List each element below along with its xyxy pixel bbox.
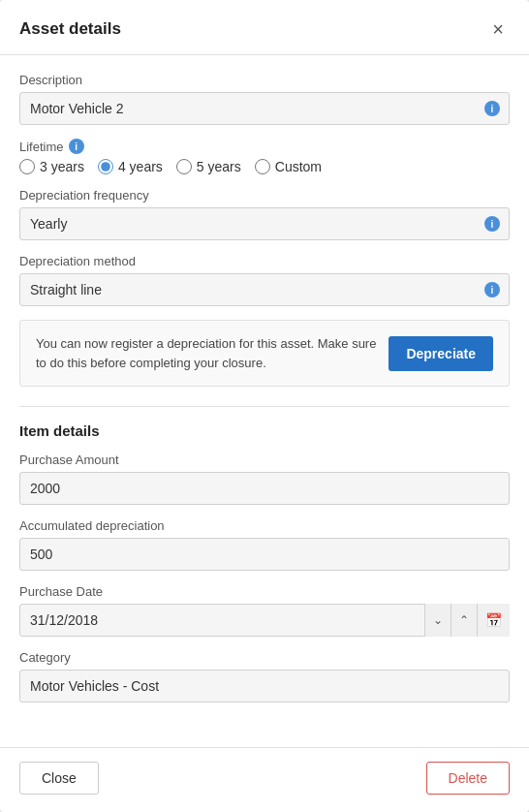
notice-box: You can now register a depreciation for …	[19, 320, 510, 387]
description-field-group: Description i	[19, 73, 510, 125]
purchase-date-row: ⌄ ⌃ 📅	[19, 604, 510, 637]
modal-header: Asset details ×	[0, 0, 529, 55]
category-input[interactable]	[19, 670, 510, 703]
radio-option-custom[interactable]: Custom	[255, 159, 322, 174]
depreciation-method-field-group: Depreciation method i	[19, 254, 510, 306]
radio-label-5years: 5 years	[197, 159, 241, 174]
radio-3years[interactable]	[19, 159, 35, 174]
lifetime-info-icon[interactable]: i	[69, 139, 84, 154]
description-info-icon[interactable]: i	[484, 101, 500, 116]
depreciation-method-label: Depreciation method	[19, 254, 510, 268]
asset-details-modal: Asset details × Description i Lifetime i…	[0, 0, 529, 812]
depreciation-method-row: i	[19, 273, 510, 306]
lifetime-radio-group: 3 years 4 years 5 years Custom	[19, 159, 510, 174]
radio-label-3years: 3 years	[40, 159, 84, 174]
depreciation-frequency-label: Depreciation frequency	[19, 188, 510, 203]
date-down-arrow[interactable]: ⌄	[425, 604, 451, 637]
radio-custom[interactable]	[255, 159, 270, 174]
depreciation-frequency-field-group: Depreciation frequency i	[19, 188, 510, 240]
description-input[interactable]	[19, 92, 510, 125]
date-controls: ⌄ ⌃ 📅	[424, 604, 510, 637]
radio-label-custom: Custom	[275, 159, 322, 174]
category-field-group: Category	[19, 650, 510, 703]
calendar-icon-button[interactable]: 📅	[478, 604, 510, 637]
description-row: i	[19, 92, 510, 125]
depreciate-button[interactable]: Depreciate	[389, 336, 493, 371]
radio-label-4years: 4 years	[118, 159, 163, 174]
accumulated-depreciation-label: Accumulated depreciation	[19, 518, 510, 533]
radio-4years[interactable]	[98, 159, 113, 174]
close-icon-button[interactable]: ×	[486, 17, 510, 41]
depreciation-frequency-info-icon[interactable]: i	[484, 216, 500, 232]
radio-option-3years[interactable]: 3 years	[19, 159, 84, 174]
lifetime-field-group: Lifetime i 3 years 4 years 5 years	[19, 139, 510, 174]
radio-5years[interactable]	[176, 159, 192, 174]
accumulated-depreciation-field-group: Accumulated depreciation	[19, 518, 510, 571]
depreciation-frequency-input[interactable]	[19, 207, 510, 240]
date-up-arrow[interactable]: ⌃	[451, 604, 478, 637]
radio-option-5years[interactable]: 5 years	[176, 159, 241, 174]
modal-title: Asset details	[19, 19, 121, 39]
depreciation-method-input[interactable]	[19, 273, 510, 306]
close-button[interactable]: Close	[19, 762, 99, 795]
purchase-amount-input[interactable]	[19, 472, 510, 505]
description-label: Description	[19, 73, 510, 87]
divider	[19, 406, 510, 407]
item-details-title: Item details	[19, 422, 510, 439]
modal-footer: Close Delete	[0, 747, 529, 812]
category-label: Category	[19, 650, 510, 665]
modal-body: Description i Lifetime i 3 years 4 years	[0, 55, 529, 747]
lifetime-label: Lifetime i	[19, 139, 510, 154]
purchase-amount-label: Purchase Amount	[19, 453, 510, 467]
delete-button[interactable]: Delete	[426, 762, 510, 795]
depreciation-method-info-icon[interactable]: i	[484, 282, 500, 297]
purchase-date-label: Purchase Date	[19, 584, 510, 599]
purchase-date-field-group: Purchase Date ⌄ ⌃ 📅	[19, 584, 510, 637]
accumulated-depreciation-input[interactable]	[19, 538, 510, 571]
depreciation-frequency-row: i	[19, 207, 510, 240]
radio-option-4years[interactable]: 4 years	[98, 159, 163, 174]
notice-text: You can now register a depreciation for …	[36, 334, 377, 372]
purchase-amount-field-group: Purchase Amount	[19, 453, 510, 505]
